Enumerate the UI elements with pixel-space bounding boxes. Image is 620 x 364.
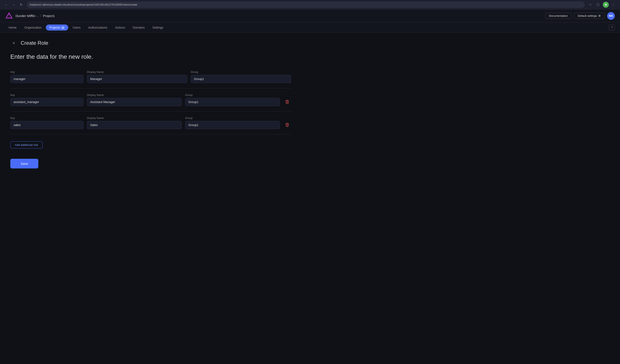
nav-item-actions[interactable]: Actions — [112, 24, 128, 31]
display-input-1[interactable] — [87, 75, 187, 83]
group-input-2[interactable] — [185, 98, 280, 106]
role-row-2: Key Display Name Group — [10, 92, 291, 108]
field-group-key-2: Key — [10, 93, 84, 106]
nav-item-projects[interactable]: Projects2 — [46, 25, 68, 30]
group-input-1[interactable] — [191, 75, 291, 83]
trash-icon-3 — [285, 123, 289, 127]
field-group-display-3: Display Name — [87, 117, 182, 129]
app-nav: Home Organization Projects2 Users Author… — [0, 22, 620, 33]
bookmark-button[interactable]: ☆ — [587, 2, 593, 8]
field-group-group-3: Group — [185, 117, 280, 129]
field-group-group-2: Group — [185, 93, 280, 106]
nav-item-settings[interactable]: Settings — [149, 24, 167, 31]
display-label-2: Display Name — [87, 93, 182, 97]
group-label-1: Group — [191, 71, 291, 74]
role-fields-2: Key Display Name Group — [10, 92, 291, 108]
project-name: Project1 — [43, 14, 55, 18]
divider-2 — [10, 111, 291, 111]
display-label-3: Display Name — [87, 117, 182, 120]
page-header: × Create Role — [10, 40, 291, 46]
key-input-1[interactable] — [10, 75, 84, 83]
nav-item-home[interactable]: Home — [5, 24, 20, 31]
key-input-2[interactable] — [10, 98, 84, 106]
address-bar[interactable]: instance1-dkmnzw.zitadel.cloud/ui/consol… — [27, 1, 585, 8]
default-settings-button[interactable]: Default settings ⚙ — [574, 13, 604, 19]
org-name: Dunder Mifflin — [16, 14, 35, 18]
extensions-button[interactable]: ⬡ — [595, 2, 601, 8]
gear-icon: ⚙ — [598, 14, 601, 17]
page-title: Create Role — [21, 40, 48, 46]
forward-button[interactable]: → — [11, 2, 17, 8]
field-group-display-1: Display Name — [87, 71, 187, 83]
divider-1 — [10, 88, 291, 89]
nav-item-authorizations[interactable]: Authorizations — [85, 24, 111, 31]
key-label-3: Key — [10, 117, 84, 120]
reload-button[interactable]: ↻ — [18, 2, 24, 8]
role-fields-3: Key Display Name Group — [10, 115, 291, 131]
delete-button-3[interactable] — [283, 121, 291, 129]
url-text: instance1-dkmnzw.zitadel.cloud/ui/consol… — [30, 3, 137, 6]
key-input-3[interactable] — [10, 121, 84, 129]
role-row-1: Key Display Name Group — [10, 69, 291, 85]
divider-3 — [10, 134, 291, 135]
chevron-icon: ⌄ — [36, 15, 38, 17]
browser-actions: ☆ ⬡ M ⋮ — [587, 2, 617, 8]
breadcrumb: Dunder Mifflin ⌄ / Project1 — [16, 14, 55, 18]
role-fields-1: Key Display Name Group — [10, 69, 291, 85]
menu-button[interactable]: ⋮ — [611, 2, 617, 8]
form-subtitle: Enter the data for the new role. — [10, 53, 291, 60]
delete-button-2[interactable] — [283, 98, 291, 106]
user-avatar[interactable]: MS — [607, 12, 615, 20]
browser-profile[interactable]: M — [603, 2, 609, 8]
breadcrumb-sep-1: / — [40, 14, 41, 18]
trash-icon-2 — [285, 100, 289, 104]
browser-nav-buttons: ← → ↻ — [3, 2, 24, 8]
settings-label: Default settings — [578, 14, 597, 17]
key-label-2: Key — [10, 93, 84, 97]
field-group-display-2: Display Name — [87, 93, 182, 106]
header-left: Dunder Mifflin ⌄ / Project1 — [5, 12, 55, 20]
org-selector[interactable]: Dunder Mifflin ⌄ — [16, 14, 38, 18]
role-row-3: Key Display Name Group — [10, 115, 291, 131]
help-button[interactable]: ? — [609, 25, 615, 30]
browser-chrome: ← → ↻ instance1-dkmnzw.zitadel.cloud/ui/… — [0, 0, 620, 9]
group-label-2: Group — [185, 93, 280, 97]
group-input-3[interactable] — [185, 121, 280, 129]
field-group-key-1: Key — [10, 71, 84, 83]
group-label-3: Group — [185, 117, 280, 120]
add-role-button[interactable]: Add additional role — [10, 141, 43, 149]
nav-item-domains[interactable]: Domains — [129, 24, 148, 31]
display-label-1: Display Name — [87, 71, 187, 74]
app-header: Dunder Mifflin ⌄ / Project1 Documentatio… — [0, 9, 620, 22]
app-logo — [5, 12, 13, 20]
back-button[interactable]: ← — [3, 2, 9, 8]
key-label-1: Key — [10, 71, 84, 74]
projects-badge: 2 — [61, 26, 65, 29]
documentation-button[interactable]: Documentation — [545, 13, 571, 19]
header-right: Documentation Default settings ⚙ MS — [545, 12, 615, 20]
main-content: × Create Role Enter the data for the new… — [0, 33, 301, 175]
nav-item-organization[interactable]: Organization — [21, 24, 45, 31]
nav-item-users[interactable]: Users — [69, 24, 84, 31]
field-group-group-1: Group — [191, 71, 291, 83]
display-input-3[interactable] — [87, 121, 182, 129]
close-button[interactable]: × — [10, 40, 17, 46]
save-button[interactable]: Save — [10, 159, 38, 168]
field-group-key-3: Key — [10, 117, 84, 129]
display-input-2[interactable] — [87, 98, 182, 106]
